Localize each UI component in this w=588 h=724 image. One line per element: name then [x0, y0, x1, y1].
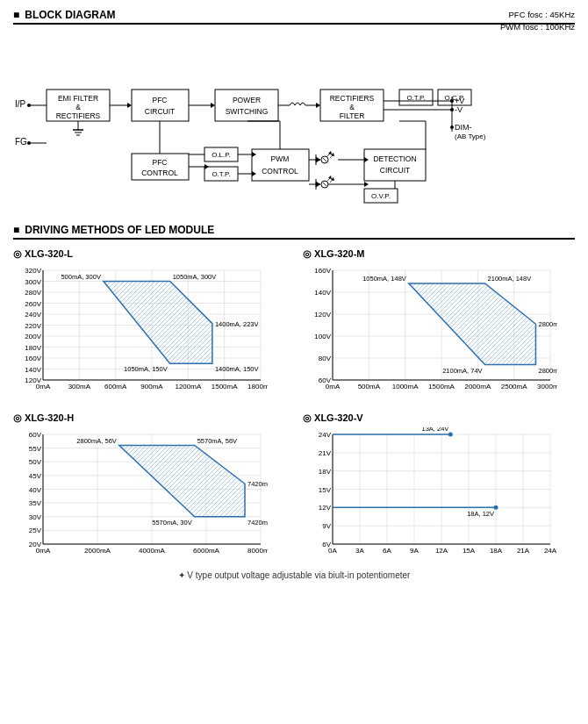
- svg-marker-84: [316, 182, 320, 187]
- footnote: V type output voltage adjustable via biu…: [13, 570, 575, 580]
- svg-marker-69: [328, 151, 332, 154]
- svg-rect-16: [132, 90, 189, 121]
- charts-grid: XLG-320-L XLG-320-M XLG-320-H XLG-320-V: [13, 248, 575, 563]
- chart-title-l: XLG-320-L: [13, 248, 285, 260]
- canvas-xlg320v: [303, 427, 557, 563]
- svg-text:&: &: [349, 103, 355, 111]
- svg-point-2: [27, 104, 31, 107]
- chart-xlg320l: XLG-320-L: [13, 248, 285, 399]
- svg-marker-20: [211, 103, 215, 108]
- svg-text:PWM: PWM: [271, 154, 290, 163]
- svg-text:O.T.P.: O.T.P.: [212, 170, 230, 178]
- svg-marker-26: [316, 103, 320, 108]
- svg-text:CIRCUIT: CIRCUIT: [380, 166, 410, 175]
- svg-marker-92: [364, 182, 369, 187]
- svg-point-5: [27, 141, 31, 145]
- driving-methods-title: DRIVING METHODS OF LED MODULE: [13, 224, 575, 240]
- svg-line-86: [323, 183, 326, 186]
- svg-text:RECTIFIERS: RECTIFIERS: [56, 111, 101, 120]
- svg-text:O.C.P.: O.C.P.: [445, 94, 465, 102]
- svg-marker-65: [316, 157, 320, 162]
- svg-text:CONTROL: CONTROL: [141, 168, 178, 177]
- svg-text:(AB Type): (AB Type): [455, 133, 486, 140]
- svg-text:&: &: [75, 103, 81, 111]
- block-diagram-section: BLOCK DIAGRAM PFC fosc : 45KHzPWM fosc :…: [13, 9, 575, 208]
- block-diagram-title: BLOCK DIAGRAM: [13, 9, 575, 25]
- chart-title-v: XLG-320-V: [303, 412, 575, 424]
- svg-text:SWITCHING: SWITCHING: [226, 107, 269, 116]
- svg-text:EMI FILTER: EMI FILTER: [58, 94, 98, 103]
- svg-marker-76: [364, 157, 369, 162]
- chart-xlg320h: XLG-320-H: [13, 412, 285, 563]
- chart-title-m: XLG-320-M: [303, 248, 575, 260]
- svg-marker-15: [127, 103, 132, 108]
- canvas-xlg320l: [13, 263, 268, 399]
- svg-text:DETECTION: DETECTION: [373, 154, 416, 163]
- pfc-note: PFC fosc : 45KHzPWM fosc : 100KHz: [500, 9, 575, 34]
- svg-text:RECTIFIERS: RECTIFIERS: [330, 94, 375, 103]
- svg-text:O.V.P.: O.V.P.: [371, 192, 391, 200]
- svg-text:I/P: I/P: [15, 99, 26, 109]
- canvas-xlg320h: [13, 427, 268, 563]
- svg-text:CONTROL: CONTROL: [262, 167, 298, 176]
- svg-text:FG: FG: [15, 137, 27, 147]
- svg-marker-59: [252, 171, 256, 176]
- canvas-xlg320m: [303, 263, 557, 399]
- chart-xlg320m: XLG-320-M: [303, 248, 575, 399]
- svg-line-67: [323, 158, 326, 161]
- svg-text:-V: -V: [455, 105, 463, 114]
- driving-methods-section: DRIVING METHODS OF LED MODULE XLG-320-L …: [13, 224, 575, 580]
- svg-text:O.L.P.: O.L.P.: [212, 151, 231, 159]
- svg-text:CIRCUIT: CIRCUIT: [145, 107, 175, 116]
- svg-text:O.T.P.: O.T.P.: [406, 94, 425, 102]
- block-diagram-svg: I/P FG EMI FILTER & RECTIFIERS PFC CIRCU…: [13, 53, 575, 206]
- svg-text:DIM-: DIM-: [455, 123, 472, 132]
- chart-title-h: XLG-320-H: [13, 412, 285, 424]
- svg-text:FILTER: FILTER: [340, 111, 365, 120]
- svg-text:PFC: PFC: [153, 158, 168, 167]
- svg-marker-57: [252, 152, 256, 157]
- chart-xlg320v: XLG-320-V: [303, 412, 575, 563]
- svg-rect-21: [215, 90, 278, 121]
- svg-marker-61: [204, 164, 209, 169]
- svg-marker-88: [328, 176, 332, 179]
- svg-text:POWER: POWER: [233, 96, 261, 104]
- svg-text:PFC: PFC: [153, 96, 168, 104]
